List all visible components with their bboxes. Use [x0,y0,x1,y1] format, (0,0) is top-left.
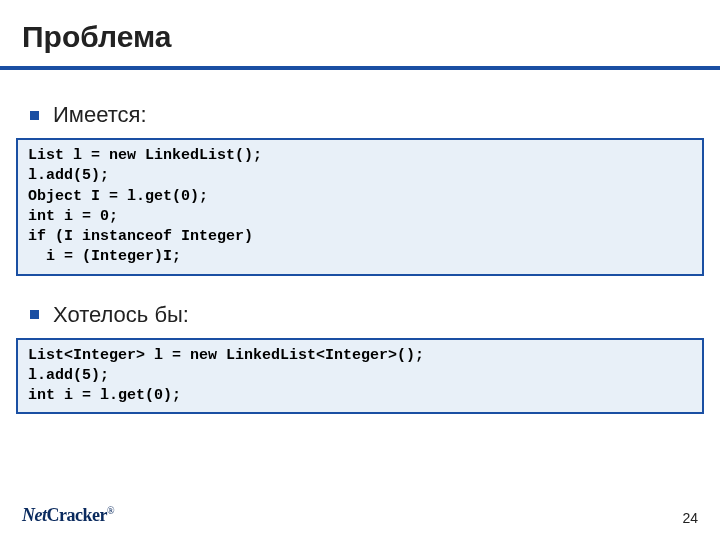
code-block-2: List<Integer> l = new LinkedList<Integer… [16,338,704,415]
page-number: 24 [682,510,698,526]
netcracker-logo: NetCracker® [22,505,114,526]
bullet-item-1: Имеется: [22,102,698,128]
title-rule [0,66,720,70]
bullet-text: Имеется: [53,102,147,128]
code-block-1: List l = new LinkedList(); l.add(5); Obj… [16,138,704,276]
logo-part-cracker: Cracker [47,505,107,525]
registered-mark-icon: ® [107,505,114,516]
slide-title: Проблема [22,20,698,54]
square-bullet-icon [30,111,39,120]
bullet-item-2: Хотелось бы: [22,302,698,328]
logo-part-net: Net [22,505,47,525]
square-bullet-icon [30,310,39,319]
bullet-text: Хотелось бы: [53,302,189,328]
slide-footer: NetCracker® 24 [22,505,698,526]
